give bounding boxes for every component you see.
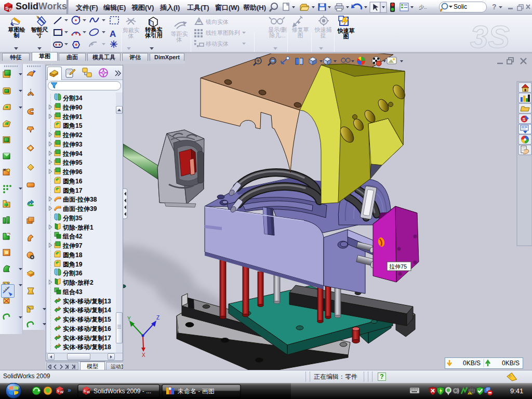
svg-text:S: S: [57, 389, 60, 393]
svg-text:未命名 - 画图: 未命名 - 画图: [178, 388, 215, 395]
svg-text:SolidWorks 2009 - ...: SolidWorks 2009 - ...: [94, 388, 151, 395]
svg-text:S: S: [523, 117, 526, 122]
svg-text:»: »: [68, 387, 71, 394]
svg-text:Solic: Solic: [454, 3, 467, 10]
svg-text:W: W: [87, 390, 90, 394]
svg-text:9:41: 9:41: [510, 387, 523, 395]
svg-text:W: W: [9, 7, 14, 12]
svg-text:W: W: [60, 390, 64, 394]
svg-text:Z: Z: [156, 315, 159, 321]
svg-text:少..: 少..: [419, 4, 427, 10]
svg-text:!: !: [469, 392, 470, 395]
svg-text:S: S: [5, 6, 8, 11]
svg-text:3S: 3S: [470, 19, 510, 52]
svg-text:Y: Y: [127, 316, 131, 322]
svg-text:X: X: [142, 352, 145, 358]
svg-text:拉伸75: 拉伸75: [389, 263, 407, 270]
svg-text:0KB/S: 0KB/S: [463, 360, 481, 367]
svg-text:0KB/S: 0KB/S: [502, 360, 520, 367]
svg-text:A: A: [110, 29, 116, 39]
svg-text:S: S: [84, 389, 86, 393]
svg-text:?: ?: [492, 3, 497, 11]
